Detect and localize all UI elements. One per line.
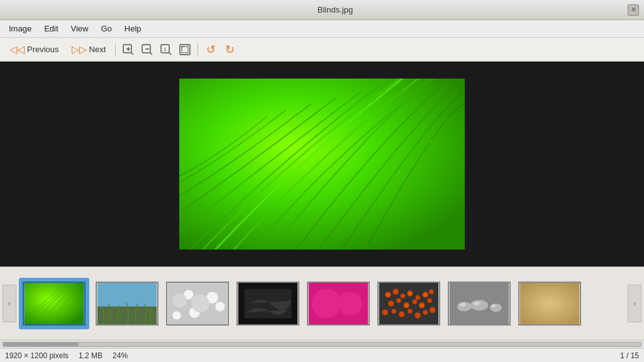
scrollbar-track[interactable] — [3, 342, 641, 347]
scrollbar-thumb[interactable] — [3, 343, 79, 346]
zoom-100-icon: 1 — [160, 44, 172, 55]
thumb-svg-3 — [167, 283, 228, 324]
svg-point-75 — [460, 303, 465, 307]
close-button[interactable]: ✕ — [628, 4, 639, 16]
thumb-image-1 — [23, 282, 86, 326]
main-image-area — [0, 62, 644, 266]
menu-edit[interactable]: Edit — [38, 21, 64, 36]
thumb-svg-2 — [97, 283, 157, 324]
svg-point-60 — [392, 309, 397, 314]
menu-view[interactable]: View — [65, 21, 95, 36]
svg-point-70 — [420, 304, 424, 307]
thumb-svg-8 — [519, 283, 580, 324]
svg-point-61 — [399, 311, 404, 317]
thumbnail-5[interactable] — [306, 280, 371, 327]
svg-point-54 — [396, 298, 401, 303]
thumbnail-3[interactable] — [165, 280, 230, 327]
rotate-cw-button[interactable]: ↻ — [221, 41, 238, 58]
thumb-image-2 — [96, 282, 158, 326]
image-position: 1 / 15 — [620, 351, 639, 360]
svg-point-48 — [401, 293, 406, 298]
svg-rect-10 — [180, 45, 190, 55]
svg-point-52 — [429, 289, 434, 294]
window-title: Blinds.jpg — [43, 5, 628, 14]
zoom-out-button[interactable] — [138, 41, 156, 58]
prev-arrow-icon: ◁◁ — [9, 43, 25, 55]
filmstrip: ‹ — [0, 266, 644, 348]
thumb-image-5 — [307, 282, 370, 326]
filmstrip-scrollbar[interactable] — [0, 339, 644, 348]
svg-point-36 — [172, 311, 180, 319]
svg-point-59 — [382, 309, 388, 315]
svg-text:1: 1 — [164, 47, 167, 52]
svg-line-9 — [169, 52, 171, 55]
toolbar: ◁◁ Previous ▷▷ Next 1 — [0, 38, 644, 62]
svg-point-76 — [474, 302, 480, 305]
svg-point-64 — [423, 310, 428, 315]
rotate-ccw-button[interactable]: ↻ — [202, 41, 219, 58]
zoom-in-button[interactable] — [119, 41, 137, 58]
svg-point-67 — [408, 292, 412, 295]
svg-point-65 — [430, 307, 435, 312]
thumbnail-8[interactable] — [517, 280, 582, 327]
thumb-svg-5 — [308, 283, 369, 324]
menu-image[interactable]: Image — [3, 21, 38, 36]
title-bar: Blinds.jpg ✕ — [0, 0, 644, 20]
thumb-image-4 — [236, 282, 299, 326]
svg-rect-11 — [182, 47, 188, 53]
svg-point-43 — [312, 288, 341, 318]
zoom-in-icon — [123, 44, 134, 55]
svg-point-16 — [241, 128, 243, 130]
svg-point-47 — [393, 288, 399, 294]
svg-point-25 — [229, 178, 231, 180]
zoom-fit-button[interactable] — [176, 41, 194, 58]
svg-point-23 — [380, 204, 382, 206]
thumbnail-6[interactable] — [376, 280, 441, 327]
thumb-image-7 — [448, 282, 511, 326]
leaf-svg — [179, 79, 465, 250]
svg-point-20 — [398, 172, 401, 174]
svg-point-38 — [192, 294, 209, 312]
thumb-svg-6 — [379, 283, 439, 324]
file-size: 1.2 MB — [79, 351, 103, 360]
filmstrip-next-button[interactable]: › — [628, 285, 641, 322]
thumb-image-6 — [377, 282, 440, 326]
status-bar: 1920 × 1200 pixels 1.2 MB 24% 1 / 15 — [0, 348, 644, 362]
svg-point-44 — [338, 292, 362, 315]
svg-point-72 — [457, 302, 472, 311]
thumb-image-3 — [166, 282, 229, 326]
svg-point-68 — [424, 293, 428, 297]
thumb-svg-1 — [24, 283, 84, 324]
zoom-out-icon — [142, 44, 153, 55]
image-dimensions: 1920 × 1200 pixels — [5, 351, 69, 360]
thumbnail-1[interactable] — [19, 278, 89, 329]
menu-help[interactable]: Help — [118, 21, 148, 36]
zoom-fit-icon — [179, 44, 191, 55]
svg-point-62 — [408, 309, 413, 314]
separator-2 — [197, 43, 198, 57]
menu-bar: Image Edit View Go Help — [0, 20, 644, 38]
rotate-ccw-icon: ↻ — [206, 43, 216, 57]
svg-point-50 — [415, 295, 420, 300]
svg-point-37 — [172, 293, 187, 307]
thumbnail-7[interactable] — [447, 280, 512, 327]
thumb-svg-4 — [238, 283, 298, 324]
thumbnail-2[interactable] — [94, 280, 160, 327]
svg-point-63 — [414, 312, 420, 318]
thumb-image-8 — [518, 282, 581, 326]
svg-point-73 — [470, 300, 488, 310]
separator-1 — [115, 43, 116, 57]
svg-point-34 — [215, 302, 225, 311]
zoom-100-button[interactable]: 1 — [157, 41, 175, 58]
svg-point-69 — [404, 304, 408, 307]
svg-rect-79 — [520, 283, 579, 324]
status-left: 1920 × 1200 pixels 1.2 MB 24% — [5, 351, 128, 360]
menu-go[interactable]: Go — [95, 21, 118, 36]
rotate-cw-icon: ↻ — [225, 43, 235, 57]
next-button[interactable]: ▷▷ Next — [66, 41, 112, 58]
next-arrow-icon: ▷▷ — [72, 43, 87, 55]
filmstrip-prev-button[interactable]: ‹ — [3, 285, 16, 322]
previous-button[interactable]: ◁◁ Previous — [4, 41, 65, 58]
svg-point-18 — [367, 115, 369, 118]
thumbnail-4[interactable] — [235, 280, 301, 327]
